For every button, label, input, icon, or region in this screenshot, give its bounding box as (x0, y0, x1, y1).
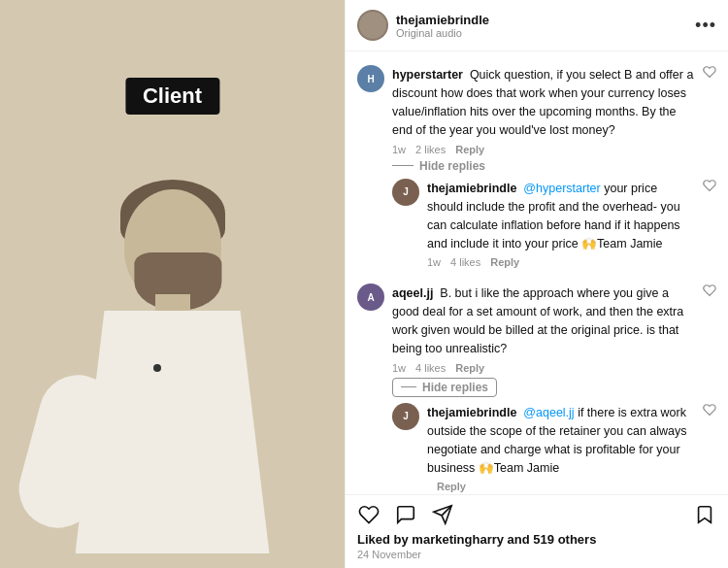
post-subtitle: Original audio (396, 27, 695, 39)
comment-meta: 1w 2 likes Reply (392, 144, 695, 155)
comment-time: 1w (392, 144, 406, 155)
comment-block-2: A aqeel.jj B. but i like the approach wh… (346, 278, 728, 494)
reply-button-2[interactable]: Reply (455, 362, 484, 374)
comment-likes-2: 4 likes (415, 362, 446, 374)
reply-username-2[interactable]: thejamiebrindle (427, 406, 516, 419)
bookmark-button[interactable] (693, 503, 716, 526)
commenter-username-2[interactable]: aqeel.jj (392, 286, 433, 300)
microphone-icon (153, 364, 161, 372)
comment-row-2: A aqeel.jj B. but i like the approach wh… (357, 284, 716, 374)
post-header-info: thejamiebrindle Original audio (396, 13, 695, 39)
comment-text: hyperstarter Quick question, if you sele… (392, 68, 693, 137)
hide-replies-label-2: Hide replies (422, 381, 488, 394)
like-comment-button-2[interactable] (703, 284, 716, 300)
reply-reply-button-2[interactable]: Reply (437, 481, 466, 492)
comment-likes: 2 likes (415, 144, 446, 155)
reply-avatar: J (392, 179, 419, 206)
comment-text-2: aqeel.jj B. but i like the approach wher… (392, 286, 683, 355)
hide-replies-toggle[interactable]: Hide replies (392, 159, 716, 173)
reply-button[interactable]: Reply (455, 144, 484, 155)
reply-text: thejamiebrindle @hyperstarter your price… (427, 182, 680, 251)
action-icons-row (357, 503, 716, 526)
share-button[interactable] (431, 503, 454, 526)
reply-avatar-2: J (392, 403, 419, 430)
reply-row-2: J thejamiebrindle @aqeel.jj if there is … (392, 403, 716, 493)
hide-replies-toggle-2[interactable]: Hide replies (392, 378, 716, 397)
reply-content-2: thejamiebrindle @aqeel.jj if there is ex… (427, 403, 695, 493)
comment-button[interactable] (394, 503, 417, 526)
reply-meta: 1w 4 likes Reply (427, 256, 695, 268)
reply-row: J thejamiebrindle @hyperstarter your pri… (392, 179, 716, 269)
comment-row: H hyperstarter Quick question, if you se… (357, 65, 716, 155)
post-header: thejamiebrindle Original audio ••• (346, 0, 728, 51)
reply-likes: 4 likes (450, 256, 480, 268)
comment-time-2: 1w (392, 362, 406, 374)
hide-replies-label: Hide replies (419, 159, 485, 173)
like-comment-button[interactable] (703, 65, 716, 82)
reply-reply-button[interactable]: Reply (490, 256, 519, 268)
nested-comment-2: J thejamiebrindle @aqeel.jj if there is … (392, 399, 716, 495)
comment-meta-2: 1w 4 likes Reply (392, 362, 695, 374)
reply-username[interactable]: thejamiebrindle (427, 182, 516, 195)
post-actions: Liked by marketingharry and 519 others 2… (346, 494, 728, 568)
client-label: Client (125, 78, 219, 115)
avatar-image (359, 12, 386, 39)
reply-meta-2: Reply (427, 481, 695, 492)
avatar (357, 10, 388, 41)
reply-text-2: thejamiebrindle @aqeel.jj if there is ex… (427, 406, 687, 475)
person-silhouette (0, 160, 345, 568)
post-date: 24 November (357, 549, 716, 560)
video-panel: Client (0, 0, 345, 568)
commenter-username[interactable]: hyperstarter (392, 68, 463, 82)
like-reply-button[interactable] (703, 179, 716, 195)
comments-area: H hyperstarter Quick question, if you se… (346, 51, 728, 494)
commenter-avatar: H (357, 65, 384, 92)
likes-text: Liked by marketingharry and 519 others (357, 532, 596, 547)
reply-content: thejamiebrindle @hyperstarter your price… (427, 179, 695, 269)
like-reply-button-2[interactable] (703, 403, 716, 419)
instagram-post-panel: thejamiebrindle Original audio ••• H hyp… (345, 0, 728, 568)
hide-replies-line-2 (401, 386, 416, 387)
hide-replies-line (392, 165, 414, 166)
more-options-button[interactable]: ••• (695, 16, 716, 36)
hide-replies-box[interactable]: Hide replies (392, 378, 497, 397)
reply-time: 1w (427, 256, 441, 268)
commenter-avatar-2: A (357, 284, 384, 311)
comment-content-2: aqeel.jj B. but i like the approach wher… (392, 284, 695, 374)
like-post-button[interactable] (357, 503, 381, 526)
likes-row: Liked by marketingharry and 519 others (357, 532, 716, 547)
post-username[interactable]: thejamiebrindle (396, 13, 695, 27)
comment-content: hyperstarter Quick question, if you sele… (392, 65, 695, 155)
nested-comment: J thejamiebrindle @hyperstarter your pri… (392, 175, 716, 273)
comment-block: H hyperstarter Quick question, if you se… (346, 59, 728, 278)
